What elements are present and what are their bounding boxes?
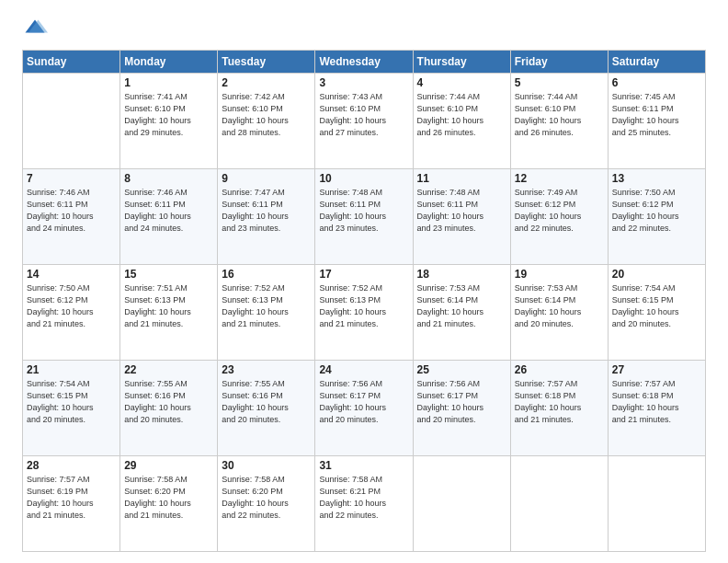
day-info: Sunrise: 7:45 AM Sunset: 6:11 PM Dayligh… (612, 91, 701, 139)
calendar-cell (608, 456, 705, 552)
calendar-cell (413, 456, 510, 552)
day-number: 2 (222, 76, 311, 89)
day-info: Sunrise: 7:53 AM Sunset: 6:14 PM Dayligh… (417, 282, 506, 330)
calendar-cell: 2Sunrise: 7:42 AM Sunset: 6:10 PM Daylig… (218, 74, 315, 169)
day-number: 14 (27, 268, 116, 281)
day-number: 3 (319, 76, 408, 89)
calendar-cell: 30Sunrise: 7:58 AM Sunset: 6:20 PM Dayli… (218, 456, 315, 552)
logo-icon (22, 17, 48, 42)
calendar-cell (23, 74, 120, 169)
day-number: 25 (417, 363, 506, 376)
calendar-cell: 12Sunrise: 7:49 AM Sunset: 6:12 PM Dayli… (510, 169, 608, 265)
calendar-cell: 4Sunrise: 7:44 AM Sunset: 6:10 PM Daylig… (413, 74, 510, 169)
day-info: Sunrise: 7:54 AM Sunset: 6:15 PM Dayligh… (612, 282, 701, 330)
day-info: Sunrise: 7:46 AM Sunset: 6:11 PM Dayligh… (27, 187, 116, 235)
day-number: 29 (124, 459, 213, 472)
day-info: Sunrise: 7:53 AM Sunset: 6:14 PM Dayligh… (515, 282, 604, 330)
calendar-cell: 26Sunrise: 7:57 AM Sunset: 6:18 PM Dayli… (510, 361, 608, 456)
calendar-cell: 29Sunrise: 7:58 AM Sunset: 6:20 PM Dayli… (120, 456, 218, 552)
calendar-cell: 19Sunrise: 7:53 AM Sunset: 6:14 PM Dayli… (510, 265, 608, 361)
calendar-cell: 16Sunrise: 7:52 AM Sunset: 6:13 PM Dayli… (218, 265, 315, 361)
day-number: 16 (222, 268, 311, 281)
page: SundayMondayTuesdayWednesdayThursdayFrid… (0, 0, 728, 563)
calendar-cell: 3Sunrise: 7:43 AM Sunset: 6:10 PM Daylig… (315, 74, 413, 169)
day-number: 26 (515, 363, 604, 376)
calendar-cell: 14Sunrise: 7:50 AM Sunset: 6:12 PM Dayli… (23, 265, 120, 361)
day-info: Sunrise: 7:41 AM Sunset: 6:10 PM Dayligh… (124, 91, 213, 139)
day-number: 15 (124, 268, 213, 281)
day-number: 19 (515, 268, 604, 281)
day-number: 30 (222, 459, 311, 472)
day-number: 5 (515, 76, 604, 89)
calendar-week-1: 1Sunrise: 7:41 AM Sunset: 6:10 PM Daylig… (23, 74, 706, 169)
day-number: 18 (417, 268, 506, 281)
calendar-cell: 10Sunrise: 7:48 AM Sunset: 6:11 PM Dayli… (315, 169, 413, 265)
calendar-cell: 5Sunrise: 7:44 AM Sunset: 6:10 PM Daylig… (510, 74, 608, 169)
day-number: 1 (124, 76, 213, 89)
weekday-header-tuesday: Tuesday (218, 51, 315, 74)
calendar-cell (510, 456, 608, 552)
calendar-cell: 28Sunrise: 7:57 AM Sunset: 6:19 PM Dayli… (23, 456, 120, 552)
calendar-cell: 25Sunrise: 7:56 AM Sunset: 6:17 PM Dayli… (413, 361, 510, 456)
day-number: 8 (124, 172, 213, 185)
day-info: Sunrise: 7:43 AM Sunset: 6:10 PM Dayligh… (319, 91, 408, 139)
day-info: Sunrise: 7:49 AM Sunset: 6:12 PM Dayligh… (515, 187, 604, 235)
day-info: Sunrise: 7:51 AM Sunset: 6:13 PM Dayligh… (124, 282, 213, 330)
day-number: 4 (417, 76, 506, 89)
weekday-header-wednesday: Wednesday (315, 51, 413, 74)
calendar-cell: 11Sunrise: 7:48 AM Sunset: 6:11 PM Dayli… (413, 169, 510, 265)
day-info: Sunrise: 7:57 AM Sunset: 6:18 PM Dayligh… (515, 378, 604, 426)
calendar-cell: 13Sunrise: 7:50 AM Sunset: 6:12 PM Dayli… (608, 169, 705, 265)
day-info: Sunrise: 7:55 AM Sunset: 6:16 PM Dayligh… (222, 378, 311, 426)
calendar-cell: 22Sunrise: 7:55 AM Sunset: 6:16 PM Dayli… (120, 361, 218, 456)
day-number: 17 (319, 268, 408, 281)
calendar-week-3: 14Sunrise: 7:50 AM Sunset: 6:12 PM Dayli… (23, 265, 706, 361)
day-info: Sunrise: 7:58 AM Sunset: 6:21 PM Dayligh… (319, 474, 408, 522)
calendar-cell: 21Sunrise: 7:54 AM Sunset: 6:15 PM Dayli… (23, 361, 120, 456)
calendar-cell: 8Sunrise: 7:46 AM Sunset: 6:11 PM Daylig… (120, 169, 218, 265)
calendar-cell: 31Sunrise: 7:58 AM Sunset: 6:21 PM Dayli… (315, 456, 413, 552)
day-info: Sunrise: 7:50 AM Sunset: 6:12 PM Dayligh… (612, 187, 701, 235)
header (22, 17, 706, 42)
calendar-body: 1Sunrise: 7:41 AM Sunset: 6:10 PM Daylig… (23, 74, 706, 552)
calendar-cell: 20Sunrise: 7:54 AM Sunset: 6:15 PM Dayli… (608, 265, 705, 361)
calendar-cell: 18Sunrise: 7:53 AM Sunset: 6:14 PM Dayli… (413, 265, 510, 361)
day-number: 7 (27, 172, 116, 185)
calendar-cell: 23Sunrise: 7:55 AM Sunset: 6:16 PM Dayli… (218, 361, 315, 456)
day-number: 13 (612, 172, 701, 185)
day-info: Sunrise: 7:57 AM Sunset: 6:18 PM Dayligh… (612, 378, 701, 426)
day-info: Sunrise: 7:52 AM Sunset: 6:13 PM Dayligh… (222, 282, 311, 330)
day-number: 10 (319, 172, 408, 185)
day-number: 12 (515, 172, 604, 185)
weekday-header-sunday: Sunday (23, 51, 120, 74)
day-info: Sunrise: 7:58 AM Sunset: 6:20 PM Dayligh… (124, 474, 213, 522)
calendar-cell: 15Sunrise: 7:51 AM Sunset: 6:13 PM Dayli… (120, 265, 218, 361)
calendar-cell: 7Sunrise: 7:46 AM Sunset: 6:11 PM Daylig… (23, 169, 120, 265)
day-info: Sunrise: 7:52 AM Sunset: 6:13 PM Dayligh… (319, 282, 408, 330)
day-info: Sunrise: 7:48 AM Sunset: 6:11 PM Dayligh… (417, 187, 506, 235)
day-info: Sunrise: 7:50 AM Sunset: 6:12 PM Dayligh… (27, 282, 116, 330)
day-info: Sunrise: 7:54 AM Sunset: 6:15 PM Dayligh… (27, 378, 116, 426)
calendar-cell: 17Sunrise: 7:52 AM Sunset: 6:13 PM Dayli… (315, 265, 413, 361)
weekday-header-saturday: Saturday (608, 51, 705, 74)
day-number: 9 (222, 172, 311, 185)
calendar-header: SundayMondayTuesdayWednesdayThursdayFrid… (23, 51, 706, 74)
day-info: Sunrise: 7:58 AM Sunset: 6:20 PM Dayligh… (222, 474, 311, 522)
day-info: Sunrise: 7:55 AM Sunset: 6:16 PM Dayligh… (124, 378, 213, 426)
day-number: 31 (319, 459, 408, 472)
day-number: 22 (124, 363, 213, 376)
day-number: 24 (319, 363, 408, 376)
day-info: Sunrise: 7:44 AM Sunset: 6:10 PM Dayligh… (515, 91, 604, 139)
weekday-header-thursday: Thursday (413, 51, 510, 74)
day-number: 21 (27, 363, 116, 376)
weekday-header-friday: Friday (510, 51, 608, 74)
day-number: 20 (612, 268, 701, 281)
day-info: Sunrise: 7:56 AM Sunset: 6:17 PM Dayligh… (319, 378, 408, 426)
day-info: Sunrise: 7:44 AM Sunset: 6:10 PM Dayligh… (417, 91, 506, 139)
calendar-week-2: 7Sunrise: 7:46 AM Sunset: 6:11 PM Daylig… (23, 169, 706, 265)
calendar-cell: 27Sunrise: 7:57 AM Sunset: 6:18 PM Dayli… (608, 361, 705, 456)
day-number: 28 (27, 459, 116, 472)
day-info: Sunrise: 7:48 AM Sunset: 6:11 PM Dayligh… (319, 187, 408, 235)
day-info: Sunrise: 7:47 AM Sunset: 6:11 PM Dayligh… (222, 187, 311, 235)
day-info: Sunrise: 7:56 AM Sunset: 6:17 PM Dayligh… (417, 378, 506, 426)
